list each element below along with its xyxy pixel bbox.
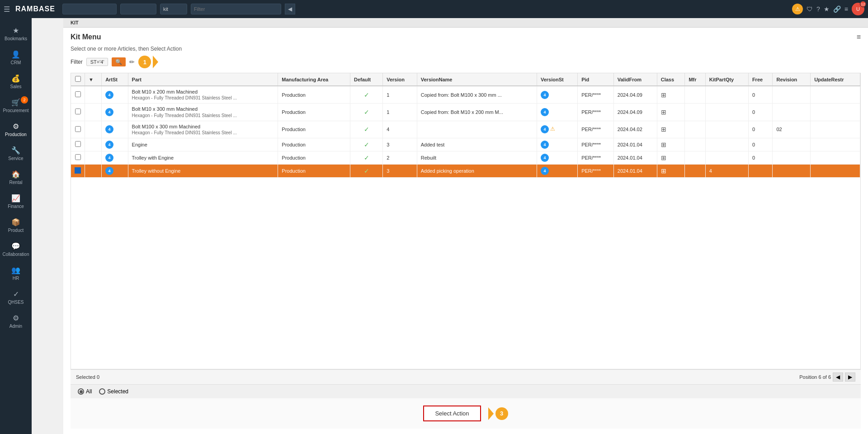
row-checkbox[interactable] bbox=[75, 126, 81, 132]
filter-edit-button[interactable]: ✏ bbox=[129, 58, 135, 66]
sidebar-item-sales[interactable]: 💰 Sales bbox=[0, 71, 32, 93]
sidebar-item-procurement[interactable]: 🛒 Procurement 2 bbox=[0, 94, 32, 117]
row-validfrom: 2024.01.04 bbox=[613, 151, 657, 164]
table-row-selected[interactable]: 4 Trolley without Engine Production ✓ 3 … bbox=[71, 164, 860, 177]
col-mfr[interactable]: Mfr bbox=[685, 73, 705, 86]
col-checkbox[interactable] bbox=[71, 73, 85, 86]
col-kitpartqty[interactable]: KitPartQty bbox=[705, 73, 748, 86]
sidebar-item-admin[interactable]: ⚙ Admin bbox=[0, 310, 32, 332]
part-name[interactable]: Engine bbox=[132, 142, 274, 148]
row-part[interactable]: Bolt M10 x 300 mm Machined Hexagon - Ful… bbox=[128, 104, 278, 121]
row-part[interactable]: Engine bbox=[128, 138, 278, 151]
part-name[interactable]: Bolt M100 x 300 mm Machined bbox=[132, 123, 274, 130]
row-checkbox-cell[interactable] bbox=[71, 138, 85, 151]
table-row[interactable]: 4 Bolt M100 x 300 mm Machined Hexagon - … bbox=[71, 121, 860, 138]
filter-search-button[interactable]: 🔍 bbox=[112, 57, 126, 66]
table-row[interactable]: 4 Bolt M10 x 200 mm Machined Hexagon - F… bbox=[71, 86, 860, 104]
content-menu-icon[interactable]: ≡ bbox=[857, 33, 861, 41]
row-part[interactable]: Bolt M100 x 300 mm Machined Hexagon - Fu… bbox=[128, 121, 278, 138]
row-part[interactable]: Trolley without Engine bbox=[128, 164, 278, 177]
col-revision[interactable]: Revision bbox=[773, 73, 811, 86]
select-action-button[interactable]: Select Action bbox=[423, 406, 481, 421]
step1-indicator: 1 bbox=[138, 56, 158, 68]
filter-input[interactable] bbox=[191, 4, 281, 14]
row-kitpartqty: 4 bbox=[705, 164, 748, 177]
row-part[interactable]: Trolley with Engine bbox=[128, 151, 278, 164]
star-icon[interactable]: ★ bbox=[824, 5, 830, 13]
row-class[interactable]: ⊞ bbox=[657, 104, 685, 121]
radio-all[interactable]: All bbox=[78, 388, 92, 395]
col-pid[interactable]: Pid bbox=[578, 73, 614, 86]
module-input[interactable] bbox=[120, 4, 156, 14]
row-class[interactable]: ⊞ bbox=[657, 121, 685, 138]
select-all-checkbox[interactable] bbox=[75, 76, 81, 82]
kit-input[interactable] bbox=[160, 4, 187, 14]
col-updaterestr[interactable]: UpdateRestr bbox=[811, 73, 860, 86]
col-validfrom[interactable]: ValidFrom bbox=[613, 73, 657, 86]
row-versionst: 4 bbox=[537, 164, 577, 177]
next-page-button[interactable]: ▶ bbox=[845, 373, 855, 382]
sidebar-item-bookmarks[interactable]: ★ Bookmarks bbox=[0, 23, 32, 45]
table-row[interactable]: 4 Engine Production ✓ 3 Added test 4 PER… bbox=[71, 138, 860, 151]
sidebar-item-finance[interactable]: 📈 Finance bbox=[0, 190, 32, 212]
user-avatar[interactable]: U 12 bbox=[852, 3, 864, 15]
col-versionname[interactable]: VersionName bbox=[417, 73, 537, 86]
col-part[interactable]: Part bbox=[128, 73, 278, 86]
part-name[interactable]: Trolley with Engine bbox=[132, 155, 274, 161]
step1-arrow bbox=[153, 56, 158, 68]
link-icon[interactable]: 🔗 bbox=[833, 5, 841, 13]
part-name[interactable]: Trolley without Engine bbox=[132, 168, 274, 174]
grid-icon: ⊞ bbox=[661, 154, 666, 161]
col-default[interactable]: Default bbox=[350, 73, 382, 86]
row-version: 3 bbox=[383, 164, 417, 177]
sidebar-item-collaboration[interactable]: 💬 Collaboration bbox=[0, 238, 32, 260]
row-mfgarea: Production bbox=[278, 164, 350, 177]
row-class[interactable]: ⊞ bbox=[657, 151, 685, 164]
search-input-1[interactable] bbox=[62, 4, 117, 14]
col-dropdown[interactable]: ▼ bbox=[85, 73, 102, 86]
row-checkbox-cell[interactable] bbox=[71, 164, 85, 177]
col-artst[interactable]: ArtSt bbox=[102, 73, 128, 86]
hamburger-menu-icon[interactable]: ☰ bbox=[4, 5, 10, 14]
help-icon[interactable]: ? bbox=[816, 5, 820, 13]
sidebar-item-hr[interactable]: 👥 HR bbox=[0, 262, 32, 284]
sidebar-item-rental[interactable]: 🏠 Rental bbox=[0, 166, 32, 189]
sidebar-item-crm[interactable]: 👤 CRM bbox=[0, 47, 32, 69]
sidebar-label-product: Product bbox=[8, 228, 24, 233]
shield-icon[interactable]: 🛡 bbox=[807, 5, 813, 13]
row-mfr bbox=[685, 138, 705, 151]
sidebar-item-production[interactable]: ⚙ Production bbox=[0, 118, 32, 141]
row-part[interactable]: Bolt M10 x 200 mm Machined Hexagon - Ful… bbox=[128, 86, 278, 104]
row-checkbox-cell[interactable] bbox=[71, 104, 85, 121]
sidebar-item-service[interactable]: 🔧 Service bbox=[0, 142, 32, 165]
part-name[interactable]: Bolt M10 x 200 mm Machined bbox=[132, 89, 274, 95]
row-class[interactable]: ⊞ bbox=[657, 86, 685, 104]
table-row[interactable]: 4 Bolt M10 x 300 mm Machined Hexagon - F… bbox=[71, 104, 860, 121]
prev-page-button[interactable]: ◀ bbox=[833, 373, 843, 382]
filter-go-button[interactable]: ◀ bbox=[285, 4, 295, 14]
sidebar-item-qhses[interactable]: ✓ QHSES bbox=[0, 286, 32, 308]
row-checkbox-cell[interactable] bbox=[71, 151, 85, 164]
row-checkbox[interactable] bbox=[75, 141, 81, 147]
row-class[interactable]: ⊞ bbox=[657, 138, 685, 151]
table-row[interactable]: 4 Trolley with Engine Production ✓ 2 Reb… bbox=[71, 151, 860, 164]
row-class[interactable]: ⊞ bbox=[657, 164, 685, 177]
row-checkbox-checked[interactable] bbox=[75, 167, 81, 174]
row-checkbox-cell[interactable] bbox=[71, 86, 85, 104]
procurement-icon: 🛒 bbox=[11, 98, 20, 107]
col-mfgarea[interactable]: Manufacturing Area bbox=[278, 73, 350, 86]
row-checkbox[interactable] bbox=[75, 91, 81, 97]
col-free[interactable]: Free bbox=[748, 73, 773, 86]
menu-icon[interactable]: ≡ bbox=[844, 5, 848, 13]
sidebar-item-product[interactable]: 📦 Product bbox=[0, 214, 32, 236]
col-versionst[interactable]: VersionSt bbox=[537, 73, 577, 86]
col-version[interactable]: Version bbox=[383, 73, 417, 86]
part-desc: Hexagon - Fully Threaded DIN931 Stainles… bbox=[132, 130, 274, 136]
alert-icon[interactable]: ⚠ bbox=[792, 4, 803, 14]
row-checkbox[interactable] bbox=[75, 154, 81, 160]
row-checkbox-cell[interactable] bbox=[71, 121, 85, 138]
row-checkbox[interactable] bbox=[75, 108, 81, 114]
col-class[interactable]: Class bbox=[657, 73, 685, 86]
part-name[interactable]: Bolt M10 x 300 mm Machined bbox=[132, 106, 274, 112]
radio-selected[interactable]: Selected bbox=[99, 388, 128, 395]
